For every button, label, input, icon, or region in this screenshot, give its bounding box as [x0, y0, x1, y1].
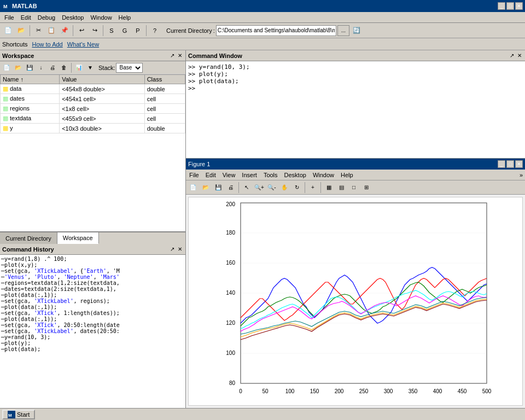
how-to-add-link[interactable]: How to Add	[32, 41, 62, 48]
cmd-content[interactable]: >> y=rand(10, 3);>> plot(y);>> plot(data…	[186, 61, 525, 158]
cut-button[interactable]: ✂	[32, 25, 44, 37]
fig-pan-button[interactable]: ✋	[278, 182, 290, 194]
list-item[interactable]: ─set(gca, 'XTickLabel', dates(20:50:	[1, 328, 184, 334]
list-item[interactable]: ─regions=textdata(1,2:size(textdata,	[1, 280, 184, 286]
workspace-undock-button[interactable]: ↗	[169, 52, 176, 59]
paste-button[interactable]: 📌	[59, 25, 71, 37]
workspace-close-button[interactable]: ✕	[177, 52, 183, 59]
fig-menu-view[interactable]: View	[219, 171, 239, 179]
menu-file[interactable]: File	[1, 13, 18, 22]
list-item[interactable]: ─plot(data(:,1));	[1, 304, 184, 310]
table-row[interactable]: ▩textdata <455x9 cell> cell	[1, 114, 185, 124]
list-item[interactable]: ─set(gca, 'XTickLabel', {'Earth', 'M	[1, 268, 184, 274]
history-close-button[interactable]: ✕	[177, 246, 183, 252]
fig-arrow-button[interactable]: ↖	[241, 182, 253, 194]
cmd-close-button[interactable]: ✕	[516, 52, 523, 59]
table-row[interactable]: ▦y <10x3 double> double	[1, 124, 185, 133]
fig-zoom-out-button[interactable]: 🔍-	[266, 182, 278, 194]
ws-plot-type-button[interactable]: ▼	[85, 63, 96, 73]
menu-desktop[interactable]: Desktop	[59, 13, 87, 22]
fig-expand-button[interactable]: »	[520, 172, 525, 178]
fig-menu-desktop[interactable]: Desktop	[281, 171, 310, 179]
list-item[interactable]: ─'Venus', 'Pluto', 'Neptune', 'Mars'	[1, 274, 184, 280]
fig-menu-window[interactable]: Window	[310, 171, 337, 179]
ws-new-var-button[interactable]: 📄	[1, 63, 12, 73]
fig-subplots-button[interactable]: □	[348, 182, 360, 194]
fig-menu-tools[interactable]: Tools	[260, 171, 281, 179]
fig-menu-edit[interactable]: Edit	[202, 171, 219, 179]
fig-new-button[interactable]: 📄	[187, 182, 199, 194]
fig-print-button[interactable]: 🖨	[225, 182, 237, 194]
list-item[interactable]: ─plot(data(:,1));	[1, 292, 184, 298]
list-item[interactable]: ─set(gca, 'XTick', 20:50:length(date	[1, 322, 184, 328]
figure-restore-button[interactable]: □	[506, 160, 514, 168]
list-item[interactable]: ─y=rand(1,8) .^ 100;	[1, 256, 184, 262]
cmd-undock-button[interactable]: ↗	[509, 52, 515, 59]
var-class-cell: double	[144, 84, 185, 94]
table-row[interactable]: ▩dates <454x1 cell> cell	[1, 94, 185, 104]
browse-button[interactable]: ...	[337, 25, 349, 36]
list-item[interactable]: ─set(gca, 'XTickLabel', regions);	[1, 298, 184, 304]
start-button[interactable]: M Start	[2, 410, 35, 419]
menu-debug[interactable]: Debug	[34, 13, 59, 22]
col-class-header[interactable]: Class	[144, 75, 185, 84]
simulink-button[interactable]: S	[106, 25, 118, 37]
col-value-header[interactable]: Value	[60, 75, 145, 84]
tab-workspace[interactable]: Workspace	[57, 232, 99, 244]
col-name-header[interactable]: Name ↑	[1, 75, 60, 84]
list-item[interactable]: ─set(gca, 'XTick', 1:length(dates));	[1, 310, 184, 316]
svg-text:100: 100	[226, 350, 235, 356]
ws-chart-button[interactable]: 📊	[73, 63, 84, 73]
menu-edit[interactable]: Edit	[18, 13, 34, 22]
fig-menu-help[interactable]: Help	[337, 171, 357, 179]
minimize-button[interactable]: _	[498, 2, 505, 10]
menu-help[interactable]: Help	[115, 13, 135, 22]
close-button[interactable]: ✕	[515, 2, 523, 10]
history-undock-button[interactable]: ↗	[169, 246, 176, 252]
open-button[interactable]: 📂	[15, 25, 27, 37]
redo-button[interactable]: ↪	[89, 25, 101, 37]
ws-delete-button[interactable]: 🗑	[59, 63, 69, 73]
svg-text:0: 0	[239, 388, 242, 394]
list-item[interactable]: ─dates=textdata(2:size(textdata,1),	[1, 286, 184, 292]
fig-zoom-in-button[interactable]: 🔍+	[253, 182, 265, 194]
fig-colorbar-button[interactable]: ▤	[335, 182, 347, 194]
ws-save-button[interactable]: 💾	[24, 63, 35, 73]
cmd-line: >> plot(y);	[188, 71, 523, 78]
whats-new-link[interactable]: What's New	[67, 41, 99, 48]
fig-legend-button[interactable]: ▦	[323, 182, 335, 194]
undo-button[interactable]: ↩	[75, 25, 88, 37]
table-row[interactable]: ▩regions <1x8 cell> cell	[1, 104, 185, 114]
tab-current-directory[interactable]: Current Directory	[0, 232, 57, 244]
new-file-button[interactable]: 📄	[2, 25, 14, 37]
restore-button[interactable]: □	[506, 2, 514, 10]
ws-import-button[interactable]: ↓	[36, 63, 46, 73]
ws-print-button[interactable]: 🖨	[47, 63, 58, 73]
fig-data-cursor-button[interactable]: +	[307, 182, 319, 194]
list-item[interactable]: ─plot(data(:,1));	[1, 316, 184, 322]
list-item[interactable]: ─plot(x,y);	[1, 262, 184, 268]
list-item[interactable]: ─plot(data);	[1, 346, 184, 352]
toolbar-separator-2	[73, 25, 73, 36]
list-item[interactable]: ─y=rand(10, 3);	[1, 334, 184, 340]
stack-select[interactable]: Base	[116, 63, 143, 73]
figure-close-button[interactable]: ✕	[515, 160, 523, 168]
menu-window[interactable]: Window	[87, 13, 115, 22]
fig-rotate-button[interactable]: ↻	[291, 182, 303, 194]
fig-save-button[interactable]: 💾	[212, 182, 224, 194]
fig-menu-insert[interactable]: Insert	[238, 171, 260, 179]
ws-open-button[interactable]: 📂	[13, 63, 24, 73]
var-type-icon: ▩	[3, 105, 8, 112]
fig-grid-button[interactable]: ⊞	[360, 182, 372, 194]
current-directory-input[interactable]	[216, 25, 336, 36]
fig-open-button[interactable]: 📂	[200, 182, 212, 194]
profiler-button[interactable]: P	[132, 25, 144, 37]
refresh-button[interactable]: 🔄	[351, 25, 363, 37]
table-row[interactable]: ▦data <454x8 double> double	[1, 84, 185, 94]
figure-minimize-button[interactable]: _	[498, 160, 505, 168]
help-button[interactable]: ?	[149, 25, 161, 37]
fig-menu-file[interactable]: File	[186, 171, 202, 179]
copy-button[interactable]: 📋	[45, 25, 57, 37]
guide-button[interactable]: G	[119, 25, 131, 37]
list-item[interactable]: ─plot(y);	[1, 340, 184, 346]
